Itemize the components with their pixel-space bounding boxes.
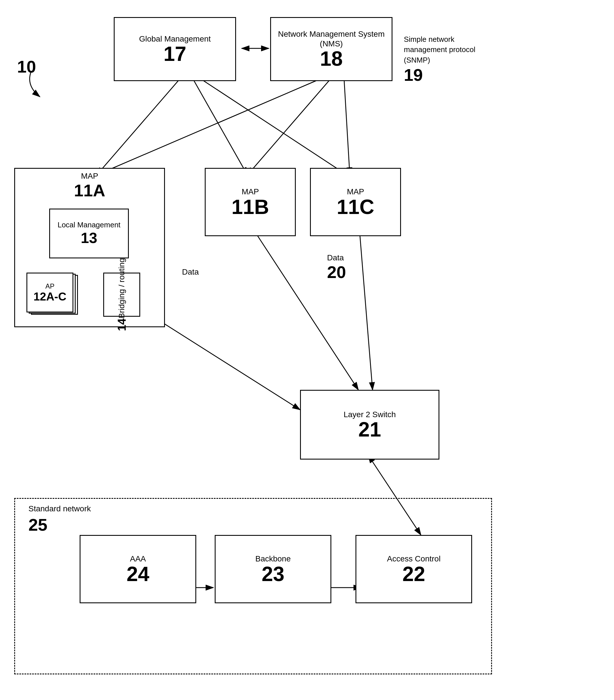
aaa-box: AAA 24 bbox=[80, 535, 196, 603]
svg-line-5 bbox=[97, 80, 179, 175]
layer2-number: 21 bbox=[358, 419, 381, 440]
nms-title: Network Management System (NMS) bbox=[271, 29, 392, 48]
svg-line-6 bbox=[193, 80, 247, 175]
backbone-title: Backbone bbox=[255, 554, 291, 564]
local-mgmt-title: Local Management bbox=[57, 221, 120, 229]
access-ctrl-title: Access Control bbox=[387, 554, 440, 564]
nms-number: 18 bbox=[320, 48, 343, 69]
ap-number: 12A-C bbox=[34, 290, 66, 303]
global-mgmt-title: Global Management bbox=[139, 34, 211, 44]
decorative-arrow bbox=[23, 68, 57, 102]
svg-line-9 bbox=[247, 80, 330, 175]
bridging-number: 14 bbox=[115, 318, 128, 331]
svg-line-7 bbox=[202, 80, 347, 175]
map-11c-box: MAP 11C bbox=[310, 168, 401, 236]
ap-title: AP bbox=[45, 282, 54, 290]
access-control-box: Access Control 22 bbox=[356, 535, 472, 603]
global-management-box: Global Management 17 bbox=[114, 17, 236, 81]
backbone-box: Backbone 23 bbox=[215, 535, 331, 603]
snmp-label: Simple network management protocol (SNMP… bbox=[404, 34, 478, 85]
local-mgmt-number: 13 bbox=[81, 229, 97, 247]
snmp-number: 19 bbox=[404, 65, 478, 85]
snmp-title: Simple network management protocol (SNMP… bbox=[404, 35, 475, 64]
bridging-title: Bridging / routing bbox=[117, 258, 126, 318]
backbone-number: 23 bbox=[261, 564, 284, 584]
layer2-title: Layer 2 Switch bbox=[344, 410, 396, 420]
map-11a-label: MAP 11A bbox=[15, 172, 164, 200]
map-11b-number: 11B bbox=[231, 197, 269, 217]
map-11a-title: MAP bbox=[81, 172, 99, 180]
access-ctrl-number: 22 bbox=[402, 564, 425, 584]
map-11a-number: 11A bbox=[74, 181, 105, 200]
aaa-number: 24 bbox=[127, 564, 149, 584]
global-mgmt-number: 17 bbox=[164, 43, 186, 64]
svg-line-10 bbox=[344, 80, 350, 175]
ap-stack: AP 12A-C bbox=[26, 273, 79, 317]
ap-box: AP 12A-C bbox=[26, 273, 73, 312]
map-11a-outer: MAP 11A Local Management 13 AP 12A-C Bri… bbox=[14, 168, 165, 327]
svg-line-16 bbox=[360, 233, 373, 390]
local-mgmt-box: Local Management 13 bbox=[49, 209, 129, 258]
layer2-switch-box: Layer 2 Switch 21 bbox=[300, 390, 439, 460]
svg-line-8 bbox=[97, 80, 319, 175]
map-11b-box: MAP 11B bbox=[205, 168, 296, 236]
data-label-20: Data 20 bbox=[327, 253, 346, 282]
nms-box: Network Management System (NMS) 18 bbox=[270, 17, 393, 81]
aaa-title: AAA bbox=[130, 554, 146, 564]
diagram: 10 Global Management 17 Network Manageme… bbox=[0, 0, 614, 700]
map-11c-title: MAP bbox=[347, 187, 364, 197]
map-11c-number: 11C bbox=[337, 197, 374, 217]
map-11b-title: MAP bbox=[242, 187, 259, 197]
standard-network-label: Standard network 25 bbox=[28, 504, 91, 536]
data-label-1: Data bbox=[182, 267, 199, 277]
bridging-box: Bridging / routing 14 bbox=[103, 273, 140, 317]
